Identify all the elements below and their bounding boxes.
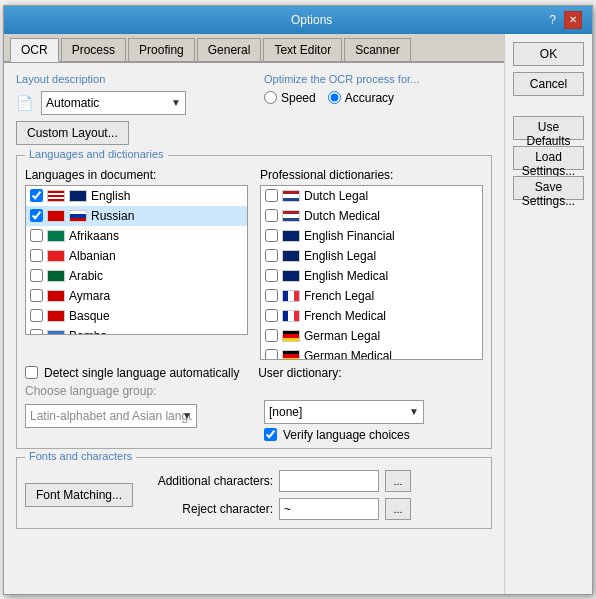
optimize-label: Optimize the OCR process for...: [264, 73, 492, 85]
accuracy-radio[interactable]: [328, 91, 341, 104]
dict-name: English Financial: [304, 229, 395, 243]
reject-char-browse-button[interactable]: ...: [385, 498, 411, 520]
english-checkbox[interactable]: [30, 189, 43, 202]
basque-checkbox[interactable]: [30, 309, 43, 322]
load-settings-button[interactable]: Load Settings...: [513, 146, 584, 170]
professional-dicts-list: Dutch Legal Dutch Medical: [260, 185, 483, 360]
dict-name: German Legal: [304, 329, 380, 343]
list-item[interactable]: English: [26, 186, 247, 206]
list-item[interactable]: Dutch Medical: [261, 206, 482, 226]
help-icon[interactable]: ?: [549, 13, 556, 27]
list-item[interactable]: French Medical: [261, 306, 482, 326]
albanian-checkbox[interactable]: [30, 249, 43, 262]
dict-name: French Legal: [304, 289, 374, 303]
arabic-checkbox[interactable]: [30, 269, 43, 282]
speed-option[interactable]: Speed: [264, 91, 316, 105]
lang-dict-group-label: Languages and dictionaries: [25, 148, 168, 160]
detect-auto-checkbox[interactable]: [25, 366, 38, 379]
lang-name: Afrikaans: [69, 229, 119, 243]
additional-label: Additional characters:: [153, 474, 273, 488]
speed-radio[interactable]: [264, 91, 277, 104]
verify-label: Verify language choices: [283, 428, 410, 442]
tab-bar: OCR Process Proofing General Text Editor…: [4, 34, 504, 63]
prof-dict-label: Professional dictionaries:: [260, 168, 483, 182]
afrikaans-checkbox[interactable]: [30, 229, 43, 242]
list-item[interactable]: Bemba: [26, 326, 247, 335]
list-item[interactable]: Aymara: [26, 286, 247, 306]
tab-general[interactable]: General: [197, 38, 262, 61]
dict-name: French Medical: [304, 309, 386, 323]
save-settings-button[interactable]: Save Settings...: [513, 176, 584, 200]
russian-checkbox[interactable]: [30, 209, 43, 222]
detect-auto-label: Detect single language automatically: [44, 366, 239, 380]
additional-chars-input[interactable]: [279, 470, 379, 492]
tab-scanner[interactable]: Scanner: [344, 38, 411, 61]
use-defaults-button[interactable]: Use Defaults: [513, 116, 584, 140]
cancel-button[interactable]: Cancel: [513, 72, 584, 96]
lang-name: Arabic: [69, 269, 103, 283]
reject-char-input[interactable]: [279, 498, 379, 520]
lang-name: Bemba: [69, 329, 107, 335]
close-button[interactable]: ✕: [564, 11, 582, 29]
speed-label: Speed: [281, 91, 316, 105]
list-item[interactable]: German Medical: [261, 346, 482, 360]
list-item[interactable]: English Legal: [261, 246, 482, 266]
german-legal-checkbox[interactable]: [265, 329, 278, 342]
french-medical-checkbox[interactable]: [265, 309, 278, 322]
lang-name: Basque: [69, 309, 110, 323]
list-item[interactable]: English Financial: [261, 226, 482, 246]
tab-proofing[interactable]: Proofing: [128, 38, 195, 61]
list-item[interactable]: German Legal: [261, 326, 482, 346]
list-item[interactable]: Russian: [26, 206, 247, 226]
list-item[interactable]: English Medical: [261, 266, 482, 286]
tab-process[interactable]: Process: [61, 38, 126, 61]
group-label: Choose language group:: [25, 384, 156, 398]
english-financial-checkbox[interactable]: [265, 229, 278, 242]
dict-name: Dutch Medical: [304, 209, 380, 223]
list-item[interactable]: French Legal: [261, 286, 482, 306]
accuracy-label: Accuracy: [345, 91, 394, 105]
tab-text-editor[interactable]: Text Editor: [263, 38, 342, 61]
additional-chars-browse-button[interactable]: ...: [385, 470, 411, 492]
dict-name: English Legal: [304, 249, 376, 263]
user-dict-label: User dictionary:: [258, 366, 341, 380]
user-dict-select[interactable]: [none]: [265, 401, 423, 423]
dialog-title: Options: [74, 13, 549, 27]
ok-button[interactable]: OK: [513, 42, 584, 66]
in-document-label: Languages in document:: [25, 168, 248, 182]
list-item[interactable]: Arabic: [26, 266, 247, 286]
list-item[interactable]: Albanian: [26, 246, 247, 266]
french-legal-checkbox[interactable]: [265, 289, 278, 302]
dict-name: German Medical: [304, 349, 392, 360]
english-legal-checkbox[interactable]: [265, 249, 278, 262]
verify-language-checkbox[interactable]: [264, 428, 277, 441]
english-medical-checkbox[interactable]: [265, 269, 278, 282]
tab-ocr[interactable]: OCR: [10, 38, 59, 62]
languages-list: English Russian: [25, 185, 248, 335]
dutch-legal-checkbox[interactable]: [265, 189, 278, 202]
german-medical-checkbox[interactable]: [265, 349, 278, 360]
fonts-section-label: Fonts and characters: [25, 450, 136, 462]
dict-name: English Medical: [304, 269, 388, 283]
lang-name: Russian: [91, 209, 134, 223]
dict-name: Dutch Legal: [304, 189, 368, 203]
bemba-checkbox[interactable]: [30, 329, 43, 335]
lang-name: Albanian: [69, 249, 116, 263]
aymara-checkbox[interactable]: [30, 289, 43, 302]
custom-layout-button[interactable]: Custom Layout...: [16, 121, 129, 145]
lang-name: Aymara: [69, 289, 110, 303]
reject-label: Reject character:: [153, 502, 273, 516]
sidebar: OK Cancel Use Defaults Load Settings... …: [504, 34, 592, 594]
list-item[interactable]: Afrikaans: [26, 226, 247, 246]
list-item[interactable]: Basque: [26, 306, 247, 326]
font-matching-button[interactable]: Font Matching...: [25, 483, 133, 507]
accuracy-option[interactable]: Accuracy: [328, 91, 394, 105]
list-item[interactable]: Dutch Legal: [261, 186, 482, 206]
lang-group-select[interactable]: Latin-alphabet and Asian languages: [26, 405, 196, 427]
dutch-medical-checkbox[interactable]: [265, 209, 278, 222]
layout-dropdown[interactable]: Automatic: [42, 92, 185, 114]
document-icon: 📄: [16, 95, 33, 111]
layout-label: Layout description: [16, 73, 244, 85]
lang-name: English: [91, 189, 130, 203]
